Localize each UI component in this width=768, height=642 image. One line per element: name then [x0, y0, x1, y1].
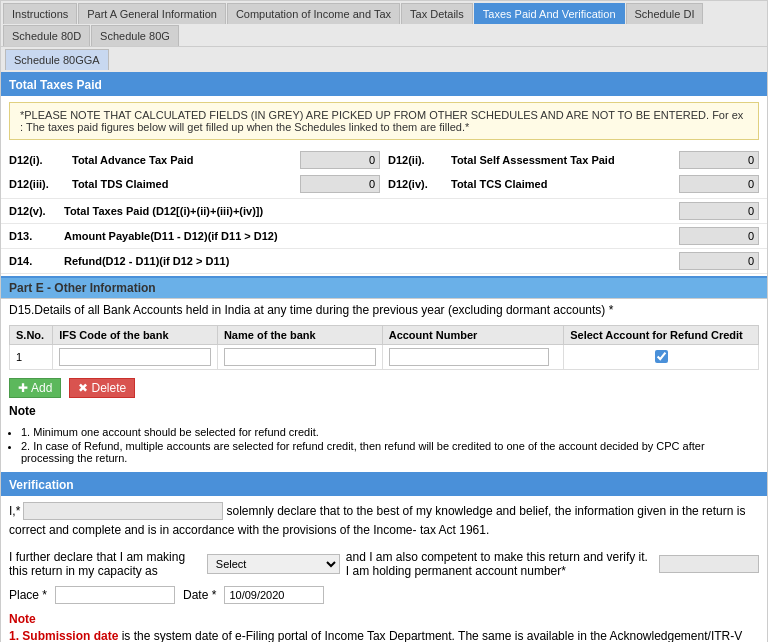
- d12iii-row: D12(iii). Total TDS Claimed: [9, 175, 380, 193]
- tab-tax-details[interactable]: Tax Details: [401, 3, 473, 24]
- d13-text: Amount Payable(D11 - D12)(if D11 > D12): [64, 230, 679, 242]
- d12iv-input[interactable]: [679, 175, 759, 193]
- d14-text: Refund(D12 - D11)(if D12 > D11): [64, 255, 679, 267]
- ifs-input[interactable]: [59, 348, 211, 366]
- d12i-input[interactable]: [300, 151, 380, 169]
- cell-ifs[interactable]: [53, 345, 218, 370]
- verify-declaration: I,* solemnly declare that to the best of…: [1, 496, 767, 546]
- d12iii-label: D12(iii).: [9, 178, 64, 190]
- tab-schedule-di[interactable]: Schedule DI: [626, 3, 704, 24]
- tab-taxes-paid[interactable]: Taxes Paid And Verification: [474, 3, 625, 24]
- capacity-text2: and I am also competent to make this ret…: [346, 550, 653, 578]
- col-ifs: IFS Code of the bank: [53, 326, 218, 345]
- tab-general-info[interactable]: Part A General Information: [78, 3, 226, 24]
- d12-container: D12(i). Total Advance Tax Paid D12(ii). …: [1, 146, 767, 198]
- table-buttons: ✚ Add ✖ Delete: [1, 374, 767, 402]
- d13-row: D13. Amount Payable(D11 - D12)(if D11 > …: [1, 224, 767, 249]
- d12ii-input[interactable]: [679, 151, 759, 169]
- d12iv-text: Total TCS Claimed: [451, 178, 671, 190]
- col-account-number: Account Number: [382, 326, 564, 345]
- table-row: 1: [10, 345, 759, 370]
- verification-notes: Note 1. Submission date is the system da…: [1, 608, 767, 642]
- part-e-title: Part E - Other Information: [1, 278, 767, 299]
- bank-accounts-table: S.No. IFS Code of the bank Name of the b…: [9, 325, 759, 370]
- place-input[interactable]: [55, 586, 175, 604]
- tab-schedule-80gga[interactable]: Schedule 80GGA: [5, 49, 109, 70]
- cell-refund-select[interactable]: [564, 345, 759, 370]
- d12v-input[interactable]: [679, 202, 759, 220]
- capacity-select[interactable]: Select Self Authorized Signatory Karta O…: [207, 554, 340, 574]
- d14-input[interactable]: [679, 252, 759, 270]
- bank-name-input[interactable]: [224, 348, 376, 366]
- d12ii-label: D12(ii).: [388, 154, 443, 166]
- part-e-section: Part E - Other Information D15.Details o…: [1, 276, 767, 470]
- col-bank-name: Name of the bank: [217, 326, 382, 345]
- d12iii-input[interactable]: [300, 175, 380, 193]
- d12ii-text: Total Self Assessment Tax Paid: [451, 154, 671, 166]
- tab-computation[interactable]: Computation of Income and Tax: [227, 3, 400, 24]
- verify-note-title: Note: [9, 612, 759, 626]
- d12iv-label: D12(iv).: [388, 178, 443, 190]
- verification-section: Verification I,* solemnly declare that t…: [1, 472, 767, 642]
- pan-input[interactable]: [659, 555, 759, 573]
- cell-account-number[interactable]: [382, 345, 564, 370]
- name-input[interactable]: [23, 502, 223, 520]
- verification-title: Verification: [1, 474, 767, 496]
- d13-input[interactable]: [679, 227, 759, 245]
- delete-icon: ✖: [78, 381, 88, 395]
- date-input[interactable]: [224, 586, 324, 604]
- d12v-label: D12(v).: [9, 205, 64, 217]
- col-refund-credit: Select Account for Refund Credit: [564, 326, 759, 345]
- bank-note-2: 2. In case of Refund, multiple accounts …: [21, 440, 759, 464]
- d12iv-row: D12(iv). Total TCS Claimed: [388, 175, 759, 193]
- d14-label: D14.: [9, 255, 64, 267]
- d12iii-text: Total TDS Claimed: [72, 178, 292, 190]
- d12v-row: D12(v). Total Taxes Paid (D12[(i)+(ii)+(…: [1, 198, 767, 224]
- d15-label: D15.Details of all Bank Accounts held in…: [1, 299, 767, 321]
- tab-schedule-80g[interactable]: Schedule 80G: [91, 25, 179, 46]
- d12i-text: Total Advance Tax Paid: [72, 154, 292, 166]
- verify-i-label: I,*: [9, 504, 20, 518]
- bank-note-1: 1. Minimum one account should be selecte…: [21, 426, 759, 438]
- refund-checkbox[interactable]: [655, 350, 668, 363]
- capacity-row: I further declare that I am making this …: [1, 546, 767, 582]
- bank-notes: 1. Minimum one account should be selecte…: [1, 420, 767, 470]
- verify-note-1: 1. Submission date is the system date of…: [9, 629, 759, 642]
- note-red-label: Note: [9, 612, 36, 626]
- d14-row: D14. Refund(D12 - D11)(if D12 > D11): [1, 249, 767, 274]
- cell-sno: 1: [10, 345, 53, 370]
- nav-tabs-row1: Instructions Part A General Information …: [1, 1, 767, 47]
- add-icon: ✚: [18, 381, 28, 395]
- cell-bank-name[interactable]: [217, 345, 382, 370]
- place-date-row: Place * Date *: [1, 582, 767, 608]
- delete-button[interactable]: ✖ Delete: [69, 378, 135, 398]
- add-button[interactable]: ✚ Add: [9, 378, 61, 398]
- d12i-row: D12(i). Total Advance Tax Paid: [9, 151, 380, 169]
- capacity-label: I further declare that I am making this …: [9, 550, 201, 578]
- bank-note-title: Note: [1, 402, 767, 420]
- d12v-text: Total Taxes Paid (D12[(i)+(ii)+(iii)+(iv…: [64, 205, 679, 217]
- d12i-label: D12(i).: [9, 154, 64, 166]
- tab-instructions[interactable]: Instructions: [3, 3, 77, 24]
- account-number-input[interactable]: [389, 348, 549, 366]
- col-sno: S.No.: [10, 326, 53, 345]
- d13-label: D13.: [9, 230, 64, 242]
- note-box: *PLEASE NOTE THAT CALCULATED FIELDS (IN …: [9, 102, 759, 140]
- date-label: Date *: [183, 588, 216, 602]
- place-label: Place *: [9, 588, 47, 602]
- section-title: Total Taxes Paid: [1, 74, 767, 96]
- d12ii-row: D12(ii). Total Self Assessment Tax Paid: [388, 151, 759, 169]
- tab-schedule-80d[interactable]: Schedule 80D: [3, 25, 90, 46]
